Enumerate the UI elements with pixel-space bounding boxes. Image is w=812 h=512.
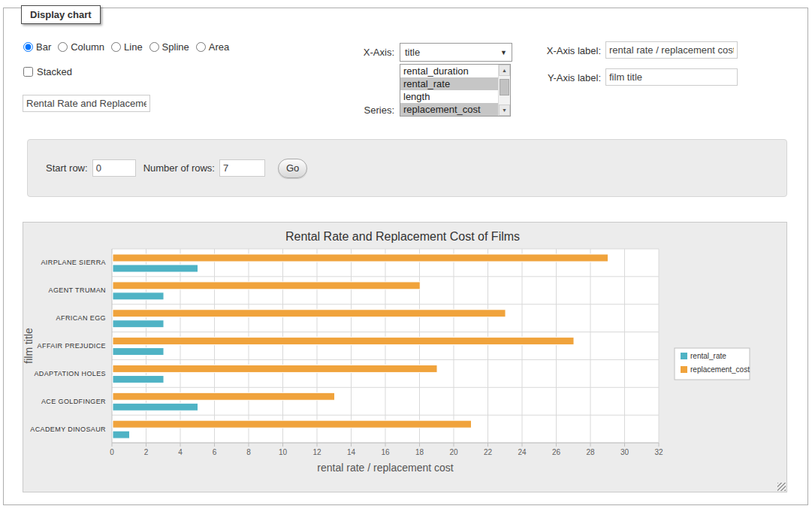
spline-radio-label: Spline [162, 41, 189, 53]
page: Display chart Bar Column Line Spline Are… [0, 0, 812, 512]
series-option-rental_rate[interactable]: rental_rate [400, 77, 498, 90]
bar-rental_rate[interactable] [113, 431, 130, 438]
line-radio-label: Line [124, 41, 143, 53]
chart-title: Rental Rate and Replacement Cost of Film… [285, 230, 520, 243]
legend-swatch [681, 366, 687, 373]
start-row-input[interactable] [92, 159, 136, 177]
x-tick-label: 24 [518, 448, 527, 456]
x-tick-label: 30 [620, 448, 629, 456]
x-tick-label: 20 [449, 448, 458, 456]
legend-item-replacement_cost[interactable]: replacement_cost [681, 365, 750, 374]
bar-radio-label: Bar [36, 41, 51, 53]
column-radio[interactable] [58, 42, 68, 52]
scroll-up-button[interactable]: ▲ [499, 65, 510, 76]
series-label: Series: [331, 105, 394, 116]
legend-swatch [681, 353, 687, 359]
chart-type-bar[interactable]: Bar [23, 41, 51, 53]
category-label: AIRPLANE SIERRA [41, 259, 106, 266]
series-options: rental_durationrental_ratelengthreplacem… [400, 65, 498, 116]
bar-radio[interactable] [23, 42, 33, 52]
fieldset-legend: Display chart [21, 5, 101, 24]
category-label: ADAPTATION HOLES [34, 370, 106, 377]
category-labels: AIRPLANE SIERRAAGENT TRUMANAFRICAN EGGAF… [30, 259, 106, 432]
bar-rental_rate[interactable] [113, 403, 198, 411]
x-tick-label: 6 [213, 448, 217, 456]
column-radio-label: Column [71, 41, 104, 53]
y-axis-label-field-label: Y-Axis label: [533, 72, 601, 83]
series-listbox-scrollbar[interactable]: ▲ ▼ [498, 65, 510, 116]
x-axis-label: X-Axis: [331, 47, 394, 58]
bar-replacement_cost[interactable] [113, 392, 335, 400]
x-axis-selected-value: title [405, 47, 420, 58]
x-axis-label-input[interactable] [605, 41, 738, 59]
x-tick-label: 14 [347, 448, 356, 456]
x-tick-label: 26 [552, 448, 561, 456]
chart-container: AIRPLANE SIERRAAGENT TRUMANAFRICAN EGGAF… [23, 222, 787, 492]
area-radio[interactable] [196, 42, 206, 52]
chart-type-area[interactable]: Area [196, 41, 229, 53]
x-tick-label: 16 [381, 448, 390, 456]
stacked-option[interactable]: Stacked [23, 66, 72, 77]
spline-radio[interactable] [149, 42, 159, 52]
chart-type-line[interactable]: Line [111, 41, 143, 53]
start-row-label: Start row: [46, 162, 88, 174]
row-controls-panel: Start row: Number of rows: Go [27, 139, 787, 197]
category-label: AGENT TRUMAN [49, 286, 106, 294]
x-tick-label: 32 [654, 448, 663, 456]
chart-type-spline[interactable]: Spline [149, 41, 189, 53]
bar-rental_rate[interactable] [113, 265, 198, 272]
y-axis-title: film title [23, 328, 35, 364]
scroll-down-icon: ▼ [502, 108, 507, 113]
bar-rental_rate[interactable] [113, 348, 164, 356]
bar-rental_rate[interactable] [113, 292, 164, 300]
x-axis-select[interactable]: title ▼ [400, 43, 512, 62]
chart-type-column[interactable]: Column [58, 41, 104, 53]
scrollbar-track[interactable] [499, 76, 510, 105]
series-option-rental_duration[interactable]: rental_duration [400, 65, 498, 77]
scroll-up-icon: ▲ [502, 68, 507, 73]
legend-label: replacement_cost [690, 365, 750, 374]
x-tick-label: 12 [312, 448, 321, 456]
series-listbox[interactable]: rental_durationrental_ratelengthreplacem… [400, 64, 511, 117]
bar-replacement_cost[interactable] [113, 338, 574, 345]
bar-chart: AIRPLANE SIERRAAGENT TRUMANAFRICAN EGGAF… [23, 223, 786, 492]
category-label: AFRICAN EGG [56, 314, 106, 322]
resize-handle-icon[interactable] [777, 483, 786, 491]
series-option-length[interactable]: length [400, 90, 498, 103]
stacked-checkbox[interactable] [23, 67, 33, 77]
x-tick-label: 2 [144, 448, 149, 456]
chart-title-input[interactable] [23, 95, 150, 112]
chart-type-options: Bar Column Line Spline Area [23, 41, 236, 53]
fieldset-legend-text: Display chart [30, 9, 92, 20]
bar-replacement_cost[interactable] [113, 310, 506, 317]
number-of-rows-input[interactable] [219, 159, 265, 177]
bar-replacement_cost[interactable] [113, 365, 437, 372]
bar-replacement_cost[interactable] [113, 420, 472, 428]
x-tick-label: 22 [484, 448, 493, 456]
x-tick-label: 8 [246, 448, 251, 456]
y-axis-label-input[interactable] [605, 68, 738, 86]
line-radio[interactable] [111, 42, 121, 52]
legend-label: rental_rate [690, 352, 726, 360]
bar-rental_rate[interactable] [113, 320, 164, 328]
x-tick-labels: 02468101214161820222426283032 [110, 448, 663, 456]
category-label: ACADEMY DINOSAUR [30, 426, 106, 433]
bar-rental_rate[interactable] [113, 375, 164, 383]
bar-replacement_cost[interactable] [113, 254, 608, 262]
series-option-replacement_cost[interactable]: replacement_cost [400, 103, 498, 116]
stacked-label: Stacked [37, 66, 72, 77]
chart-legend: rental_ratereplacement_cost [675, 348, 750, 380]
number-of-rows-label: Number of rows: [143, 162, 215, 174]
bar-replacement_cost[interactable] [113, 282, 420, 289]
area-radio-label: Area [209, 41, 229, 53]
x-tick-label: 18 [415, 448, 424, 456]
x-tick-label: 0 [110, 448, 114, 456]
x-tick-label: 28 [586, 448, 595, 456]
category-label: AFFAIR PREJUDICE [38, 342, 106, 350]
scrollbar-thumb[interactable] [500, 79, 509, 95]
x-axis-label-field-label: X-Axis label: [533, 45, 601, 56]
x-tick-label: 10 [279, 448, 288, 456]
x-axis-title: rental rate / replacement cost [317, 462, 453, 474]
scroll-down-button[interactable]: ▼ [499, 105, 510, 116]
go-button[interactable]: Go [278, 159, 307, 178]
